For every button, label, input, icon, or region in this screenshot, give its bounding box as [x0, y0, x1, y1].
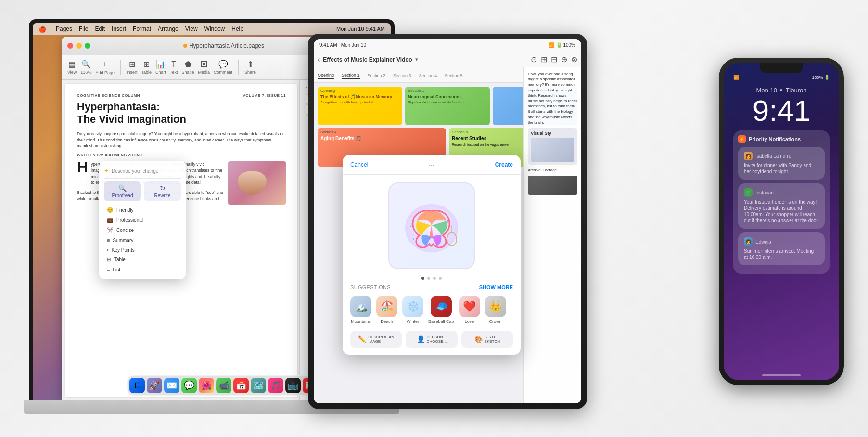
mac-dock: 🖥 🚀 ✉️ 💬 🌺 📹 📅 🗺️ 🎵 📺 📰 — [127, 375, 320, 396]
doc-header-row: COGNITIVE SCIENCE COLUMN VOLUME 7, ISSUE… — [77, 93, 286, 98]
menu-file[interactable]: File — [79, 26, 88, 32]
dock-finder[interactable]: 🖥 — [129, 378, 145, 393]
visual-style-card: Visual Sty — [528, 128, 577, 165]
sug-baseball[interactable]: 🧢 Baseball Cap — [428, 296, 454, 324]
notif-isabella[interactable]: 👩 Isabella Lamarre Invite for dinner wit… — [738, 147, 825, 180]
toolbar-media[interactable]: 🖼 Media — [198, 60, 210, 75]
kt-icon-4[interactable]: ⊕ — [561, 55, 567, 64]
wt-describe-placeholder[interactable]: Describe your change — [112, 168, 158, 174]
menu-edit[interactable]: Edit — [95, 26, 105, 32]
proofread-button[interactable]: 🔍 Proofread — [104, 181, 141, 201]
toolbar-shape[interactable]: ⬟ Shape — [182, 60, 194, 75]
cancel-button[interactable]: Cancel — [350, 161, 368, 168]
minimize-button[interactable] — [76, 43, 82, 49]
wt-table[interactable]: ⊞ Table — [104, 255, 181, 265]
sug-winter[interactable]: ❄️ Winter — [402, 296, 423, 324]
home-indicator[interactable] — [762, 374, 801, 376]
tab-section2[interactable]: Section 2 — [368, 73, 386, 79]
toolbar-insert[interactable]: ⊞ Insert — [127, 60, 138, 75]
menu-arrange[interactable]: Arrange — [158, 26, 179, 32]
love-icon: ❤️ — [459, 296, 480, 317]
menu-pages[interactable]: Pages — [56, 26, 72, 32]
menu-help[interactable]: Help — [231, 26, 243, 32]
menu-format[interactable]: Format — [133, 26, 151, 32]
slide-section1[interactable]: Section 1 Neurological ConnectionsSignif… — [405, 87, 490, 125]
toolbar-chart[interactable]: 📊 Chart — [155, 60, 166, 75]
toolbar-share[interactable]: ⬆ Share — [244, 60, 256, 75]
suggestions-label: SUGGESTIONS — [350, 284, 391, 290]
dock-launchpad[interactable]: 🚀 — [147, 378, 162, 393]
media-icon: 🖼 — [200, 60, 208, 69]
wt-summary[interactable]: ≡ Summary — [104, 235, 181, 245]
menu-insert[interactable]: Insert — [112, 26, 126, 32]
beach-label: Beach — [381, 319, 393, 324]
sug-crown[interactable]: 👑 Crown — [485, 296, 506, 324]
sug-mountains[interactable]: 🏔️ Mountains — [350, 296, 371, 324]
wt-professional[interactable]: 💼 Professional — [104, 215, 181, 225]
tab-section1[interactable]: Section 1 — [342, 73, 360, 79]
wt-table-icon: ⊞ — [107, 257, 111, 263]
addpage-icon: ＋ — [101, 59, 109, 69]
toolbar-view[interactable]: ▤ View — [67, 60, 77, 75]
title-chevron[interactable]: ▾ — [415, 56, 418, 63]
slide-label-s5: Section 5 — [452, 130, 468, 134]
dock-mail[interactable]: ✉️ — [164, 378, 179, 393]
dock-messages[interactable]: 💬 — [181, 378, 197, 393]
style-sketch-button[interactable]: 🎨 STYLESKETCH — [461, 331, 513, 348]
isabella-message: Invite for dinner with Sandy and her boy… — [744, 162, 819, 175]
tab-section3[interactable]: Section 3 — [393, 73, 411, 79]
close-button[interactable] — [67, 43, 73, 49]
sug-beach[interactable]: 🏖️ Beach — [376, 296, 397, 324]
kt-icon-2[interactable]: ⊞ — [541, 55, 547, 64]
toolbar-text[interactable]: T Text — [170, 60, 178, 75]
notif-edwina[interactable]: 👩 Edwina Summer interns arrived. Meeting… — [738, 232, 825, 265]
proofread-icon: 🔍 — [118, 184, 127, 192]
dock-music[interactable]: 🎵 — [268, 378, 283, 393]
iphone-notch — [760, 63, 803, 73]
describe-image-button[interactable]: ✏️ DESCRIBE ANIMAGE — [350, 331, 402, 348]
toolbar-addpage[interactable]: ＋ Add Page — [95, 59, 115, 75]
wt-keypoints[interactable]: • Key Points — [104, 245, 181, 255]
slide-opening[interactable]: Opening The Effects of 🎵Music on MemoryA… — [318, 87, 402, 125]
person-label: PERSONCHOOSE... — [427, 335, 447, 344]
toolbar-comment[interactable]: 💬 Comment — [214, 60, 232, 75]
ipad-date: Mon Jun 10 — [341, 42, 366, 48]
show-more-button[interactable]: SHOW MORE — [479, 284, 513, 290]
wt-list[interactable]: ≡ List — [104, 265, 181, 274]
rewrite-button[interactable]: ↻ Rewrite — [144, 181, 181, 201]
sug-love[interactable]: ❤️ Love — [459, 296, 480, 324]
wt-concise[interactable]: ✂️ Concise — [104, 225, 181, 235]
doc-col-left: COGNITIVE SCIENCE COLUMN — [77, 93, 140, 98]
toolbar-zoom[interactable]: 🔍 136% — [80, 60, 91, 75]
dialog-image-area: ♪ ♩ ✦ ✦ ✦ — [343, 175, 521, 277]
kt-icon-5[interactable]: ⊗ — [571, 55, 577, 64]
notif-isabella-header: 👩 Isabella Lamarre — [744, 152, 819, 160]
toolbar-table[interactable]: ⊞ Table — [141, 60, 152, 75]
share-icon: ⬆ — [247, 60, 254, 69]
writing-tools-popup: ✦ Describe your change 🔍 Proofread — [99, 161, 186, 279]
back-button[interactable]: ‹ — [318, 55, 320, 64]
person-choose-button[interactable]: 👤 PERSONCHOOSE... — [406, 331, 457, 348]
tab-section4[interactable]: Section 4 — [419, 73, 437, 79]
archival-label: Archival Footage — [528, 167, 577, 173]
mountains-label: Mountains — [351, 319, 371, 324]
maximize-button[interactable] — [85, 43, 90, 49]
slide-title-s4: Aging Benefits 🎵 — [320, 136, 443, 141]
doc-intro: Do you easily conjure up mental imagery?… — [77, 131, 286, 149]
dot-2 — [427, 277, 430, 280]
dock-calendar[interactable]: 📅 — [233, 378, 249, 393]
dock-facetime[interactable]: 📹 — [216, 378, 231, 393]
tab-opening[interactable]: Opening — [318, 73, 334, 79]
create-button[interactable]: Create — [495, 161, 513, 168]
kt-icon-3[interactable]: ⊟ — [551, 55, 557, 64]
dock-photos[interactable]: 🌺 — [199, 378, 214, 393]
tab-section5[interactable]: Section 5 — [445, 73, 463, 79]
apple-icon[interactable]: 🍎 — [38, 26, 46, 33]
kt-icon-1[interactable]: ⊙ — [531, 55, 537, 64]
menu-window[interactable]: Window — [204, 26, 225, 32]
dock-appletv[interactable]: 📺 — [285, 378, 301, 393]
dock-maps[interactable]: 🗺️ — [251, 378, 266, 393]
notif-instacart[interactable]: 🛒 Instacart Your Instacart order is on t… — [738, 183, 825, 229]
wt-friendly[interactable]: 😊 Friendly — [104, 205, 181, 215]
menu-view[interactable]: View — [185, 26, 198, 32]
